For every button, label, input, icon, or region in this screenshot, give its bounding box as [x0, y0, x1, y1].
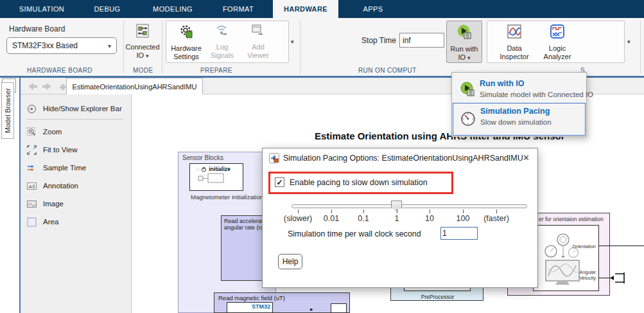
hardware-settings-button[interactable]: Hardware Settings	[168, 23, 204, 61]
palette-item-annotation[interactable]: A Annotation	[27, 179, 78, 192]
data-inspector-label-1: Data	[507, 44, 521, 53]
simulation-pacing-dialog: Simulation Pacing Options: EstimateOrien…	[262, 148, 538, 288]
menu-item-description: Slow down simulation	[480, 118, 552, 126]
palette-separator	[27, 119, 123, 120]
area-icon	[27, 217, 37, 227]
fit-view-icon	[27, 145, 37, 155]
port-angular-velocity: Angular Velocity	[579, 269, 596, 281]
model-browser-label: Model Browser	[4, 88, 12, 133]
document-tab[interactable]: EstimateOrientationUsingAHRSandIMU	[66, 78, 203, 94]
tab-simulation[interactable]: SIMULATION	[9, 0, 74, 18]
port-orientation: Orientation	[572, 244, 596, 249]
enable-pacing-label: Enable pacing to slow down simulation	[290, 178, 428, 187]
slider-tick	[363, 210, 364, 213]
palette-item-sample-time[interactable]: Sample Time	[27, 161, 86, 174]
logic-analyzer-icon	[549, 23, 566, 42]
stm32-block[interactable]: STM32	[227, 302, 273, 313]
palette-item-image[interactable]: Image	[27, 197, 64, 210]
hardware-board-select[interactable]: STM32F3xx Based ▾	[6, 37, 117, 54]
wire-orientation	[599, 246, 644, 246]
run-with-io-label-1: Run with	[451, 45, 478, 53]
data-inspector-icon	[506, 23, 523, 42]
hardware-board-value: STM32F3xx Based	[12, 41, 78, 50]
palette-item-label: Hide/Show Explorer Bar	[43, 105, 122, 112]
sensor-blocks-label: Sensor Blocks	[178, 152, 275, 161]
magnetometer-init-block[interactable]: □ initialize	[189, 163, 243, 191]
pacing-slider-track[interactable]	[292, 204, 527, 208]
ribbon-tab-bar: SIMULATION DEBUG MODELING FORMAT HARDWAR…	[0, 0, 644, 18]
palette-item-hide-show-explorer[interactable]: Hide/Show Explorer Bar	[27, 102, 122, 115]
menu-item-simulation-pacing[interactable]: Simulation Pacing Slow down simulation	[453, 103, 586, 136]
initialize-label: initialize	[209, 166, 231, 172]
annotation-icon: A	[27, 181, 37, 191]
palette-item-label: Zoom	[43, 128, 62, 136]
add-viewer-button[interactable]: Add Viewer	[241, 23, 275, 60]
run-with-io-button[interactable]: Run with IO ▾	[446, 21, 482, 63]
image-icon	[27, 199, 37, 209]
connected-io-button[interactable]: Connected IO ▾	[125, 23, 161, 60]
hardware-settings-label-1: Hardware	[171, 44, 202, 53]
data-inspector-label-2: Inspector	[500, 53, 528, 61]
help-button[interactable]: Help	[278, 254, 302, 269]
log-signals-button[interactable]: Log Signals	[205, 23, 239, 60]
palette-item-zoom[interactable]: Zoom	[27, 125, 62, 138]
tab-format[interactable]: FORMAT	[205, 0, 271, 18]
pacing-value-input[interactable]	[440, 227, 478, 240]
section-run-on-computer: RUN ON COMPUT	[358, 67, 417, 74]
review-gallery-arrow[interactable]: ▾	[627, 39, 631, 45]
slider-tick	[496, 210, 497, 213]
stm32-label: STM32	[227, 303, 272, 310]
palette-item-label: Area	[43, 218, 58, 226]
slider-tick	[397, 210, 397, 213]
data-inspector-button[interactable]: Data Inspector	[494, 23, 534, 61]
power-icon	[201, 166, 207, 172]
tab-modeling[interactable]: MODELING	[140, 0, 205, 18]
model-browser-tab[interactable]: Model Browser	[1, 82, 14, 139]
ribbon: Hardware Board STM32F3xx Based ▾ HARDWAR…	[0, 18, 644, 76]
palette-item-label: Sample Time	[43, 164, 86, 172]
tab-debug[interactable]: DEBUG	[74, 0, 140, 18]
menu-item-description: Simulate model with Connected IO	[480, 91, 593, 98]
slider-label-001: 0.01	[324, 214, 339, 223]
prepare-gallery-arrow[interactable]: ▾	[291, 39, 294, 45]
slider-label-10: 10	[425, 214, 434, 223]
tab-apps[interactable]: APPS	[340, 0, 406, 18]
slider-tick	[463, 210, 464, 213]
small-block[interactable]	[331, 303, 347, 313]
palette-item-fit-to-view[interactable]: Fit to View	[27, 143, 77, 156]
run-with-io-menu: Run with IO Simulate model with Connecte…	[451, 72, 587, 137]
dialog-title: Simulation Pacing Options: EstimateOrien…	[283, 154, 523, 163]
svg-text:A: A	[29, 183, 33, 189]
logic-analyzer-button[interactable]: Logic Analyzer	[538, 23, 577, 61]
terminator-icon	[610, 273, 627, 283]
add-viewer-icon	[250, 23, 266, 40]
slider-label-01: 0.1	[358, 214, 369, 223]
palette-item-area[interactable]: Area	[27, 215, 58, 228]
app-window: SIMULATION DEBUG MODELING FORMAT HARDWAR…	[0, 0, 644, 313]
divider	[162, 21, 162, 73]
hardware-settings-label-2: Settings	[173, 53, 199, 61]
connected-io-icon	[135, 23, 150, 40]
document-tab-label: EstimateOrientationUsingAHRSandIMU	[73, 83, 197, 91]
close-icon[interactable]: ✕	[523, 153, 530, 163]
menu-item-title: Simulation Pacing	[480, 107, 550, 116]
arrow-circle-icon	[27, 104, 37, 114]
section-hardware-board: HARDWARE BOARD	[27, 67, 92, 74]
palette-item-label: Annotation	[43, 182, 78, 190]
filter-inner-block[interactable]: Orientation Angular Velocity	[533, 225, 599, 291]
menu-item-title: Run with IO	[480, 79, 524, 88]
slider-label-1: 1	[395, 214, 399, 223]
stop-time-input[interactable]	[399, 33, 444, 48]
zoom-icon	[27, 127, 37, 137]
menu-item-run-with-io[interactable]: Run with IO Simulate model with Connecte…	[453, 76, 586, 105]
log-signals-icon	[214, 23, 231, 40]
logic-analyzer-label-1: Logic	[549, 44, 566, 53]
pacing-field-label: Simulation time per wall clock second	[288, 229, 421, 238]
wire-arrow: ▸	[310, 306, 313, 312]
run-with-io-label-2: IO ▾	[458, 53, 470, 62]
slider-label-100: 100	[457, 214, 470, 223]
logic-analyzer-label-2: Analyzer	[544, 53, 571, 61]
tab-hardware[interactable]: HARDWARE	[273, 0, 338, 18]
enable-pacing-checkbox[interactable]: ✓	[275, 177, 284, 187]
divider	[640, 21, 641, 73]
